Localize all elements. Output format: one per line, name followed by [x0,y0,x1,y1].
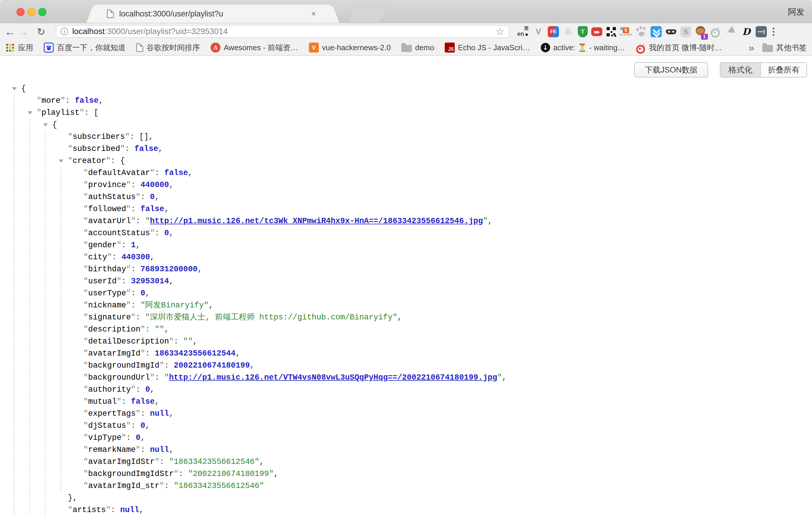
blue-download-icon[interactable] [650,26,662,37]
indent-guide-line [29,263,30,276]
json-key: signature [88,313,131,322]
bookmark-item[interactable]: 百度一下，你就知道 [44,42,126,53]
video-speed-icon[interactable]: ▶▶ [591,27,602,36]
script-d-icon[interactable]: D [741,25,752,38]
weibo-gray-icon[interactable] [710,25,722,38]
comma: , [139,506,144,514]
back-button[interactable]: ← [3,23,17,40]
download-json-button[interactable]: 下载JSON数据 [634,62,708,78]
indent-guide-line [45,444,46,456]
tab-close-icon[interactable]: × [311,9,316,19]
bookmark-item[interactable]: 谷歌按时间排序 [136,42,200,53]
bookmark-item[interactable]: vue-hackernews-2.0 [309,42,391,53]
html5-player-icon[interactable]: 5PLAYER [620,25,632,38]
indent-guide-line [29,408,30,420]
quote: " [83,397,88,406]
collapse-arrow-icon[interactable] [28,111,32,115]
indent-guide-line [45,408,46,420]
sitemap-icon[interactable]: 品 [562,25,574,38]
indent-guide-line [29,251,30,263]
collapse-arrow-icon[interactable] [43,123,48,126]
indent-guide-line [14,276,14,287]
indent-guide-line [29,131,30,143]
close-window-button[interactable] [17,8,25,16]
quote: " [83,409,88,418]
json-line-content: "vipType": 0, [0,432,812,444]
json-line: }, [0,492,812,504]
bookmark-item[interactable]: active: ⏳ - waiting… [541,43,625,52]
quote: " [126,205,131,213]
comma: , [198,265,202,274]
bookmark-item[interactable]: demo [401,43,434,52]
colon: : [174,337,183,346]
quote: " [37,96,41,105]
bookmark-item[interactable]: Awesomes - 前端资… [210,42,298,53]
qrcode-icon[interactable] [606,26,616,37]
minimize-window-button[interactable] [27,8,35,16]
green-shield-icon[interactable]: T [578,26,588,37]
translate-icon[interactable]: en英 [517,25,529,38]
format-button[interactable]: 格式化 [720,63,761,77]
forward-button[interactable]: → [17,23,29,40]
indent-guide-line [29,167,30,179]
reload-button[interactable]: ↻ [35,23,48,40]
password-manager-icon[interactable]: ••• [756,26,767,37]
page-info-icon[interactable]: i [60,28,68,35]
quote: " [136,409,140,418]
profile-name[interactable]: 阿发 [788,6,804,18]
paw-icon[interactable] [634,24,648,39]
other-bookmarks-folder[interactable]: 其他书签 [762,42,807,53]
hummingbird-icon[interactable] [725,25,737,38]
json-value: 0 [140,421,145,430]
colon: : [155,169,164,177]
indent-guide-line [60,251,61,263]
collapse-arrow-icon[interactable] [59,160,63,163]
bookmark-star-icon[interactable]: ☆ [496,26,505,37]
quote: " [160,361,164,370]
bookmarks-overflow-chevron[interactable]: » [749,42,754,53]
colon: : [136,385,145,394]
json-bracket: }, [68,493,77,503]
browser-menu-icon[interactable] [773,31,775,33]
comma: , [145,421,150,430]
fe-helper-icon[interactable]: FE [548,26,559,37]
vue-devtools-icon[interactable]: V [532,25,544,38]
json-value: 768931200000 [140,265,197,274]
indent-guide-line [45,276,46,287]
json-line-content: "userId": 32953014, [0,276,812,287]
colon: : [111,156,120,165]
bookmark-item[interactable]: 应用 [5,42,33,53]
indent-guide-line [29,420,30,432]
json-line: "subscribers": [], [0,131,812,143]
json-url-link[interactable]: http://p1.music.126.net/VTW4vsN08vwL3uSQ… [169,373,497,382]
json-value: 1 [131,241,136,250]
json-key: subscribers [72,133,125,141]
address-bar[interactable]: i localhost:3000/user/playlist?uid=32953… [56,25,509,38]
indent-guide-line [45,299,46,312]
indent-guide-line [60,468,61,480]
s-letter-icon[interactable]: S [680,26,691,37]
bookmark-item[interactable]: Echo JS - JavaScri… [445,42,530,53]
quote: " [106,506,111,514]
json-key: avatarImgId_str [88,482,160,490]
comma: , [158,144,163,153]
collapse-all-button[interactable]: 折叠所有 [761,63,806,77]
collapse-arrow-icon[interactable] [12,87,17,90]
comma: , [169,180,174,190]
json-url-link[interactable]: http://p1.music.126.net/tc3Wk_XNPmwiR4hx… [150,217,483,226]
incognito-mask-icon[interactable] [665,25,677,38]
quote: " [169,337,174,346]
script-d-icon-text: D [742,26,750,37]
json-line-content: "gender": 1, [0,239,812,251]
json-key: subscribed [72,144,120,153]
indent-guide-line [60,227,61,239]
bookmark-item[interactable]: 我的首页 微博-随时… [636,42,722,53]
json-key: vipType [88,433,121,442]
new-tab-button[interactable] [348,6,386,23]
browser-tab[interactable]: localhost:3000/user/playlist?u × [97,5,329,23]
indent-guide-line [14,312,14,323]
comma: , [145,289,150,298]
zoom-window-button[interactable] [38,8,47,16]
json-key: avatarImgId [88,349,140,358]
tampermonkey-icon[interactable]: 1 [695,25,706,38]
